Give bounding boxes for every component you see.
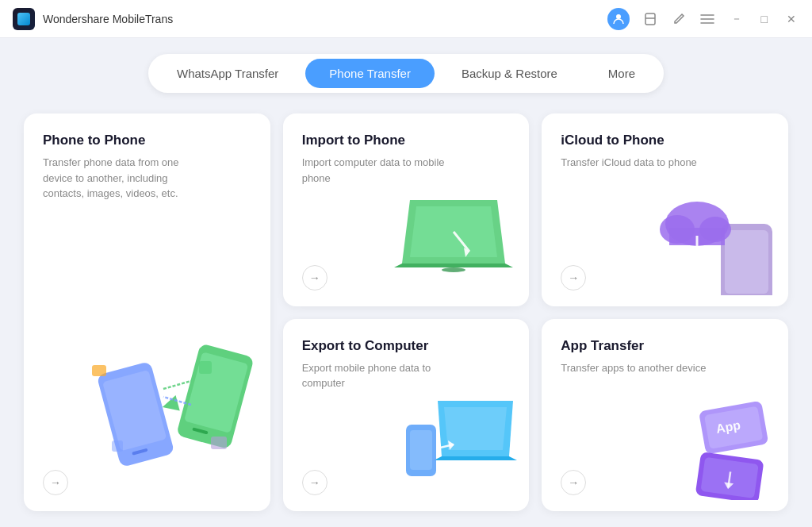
export-illustration bbox=[386, 397, 521, 503]
card-icloud-arrow[interactable]: → bbox=[561, 265, 586, 290]
titlebar-left: Wondershare MobileTrans bbox=[13, 8, 173, 30]
card-phone-to-phone[interactable]: Phone to Phone Transfer phone data from … bbox=[24, 113, 270, 511]
card-export-arrow[interactable]: → bbox=[302, 470, 327, 495]
card-app-transfer[interactable]: App Transfer Transfer apps to another de… bbox=[542, 319, 788, 512]
maximize-button[interactable]: □ bbox=[758, 11, 771, 27]
svg-rect-30 bbox=[410, 430, 432, 470]
edit-icon[interactable] bbox=[671, 11, 687, 27]
svg-marker-27 bbox=[444, 407, 507, 450]
svg-point-0 bbox=[616, 14, 621, 19]
card-import-arrow[interactable]: → bbox=[302, 265, 327, 290]
card-icloud-title: iCloud to Phone bbox=[561, 133, 769, 148]
nav-container: WhatsApp Transfer Phone Transfer Backup … bbox=[0, 38, 812, 106]
tab-backup[interactable]: Backup & Restore bbox=[438, 59, 581, 88]
app-transfer-illustration: App bbox=[649, 397, 784, 503]
main-content: Phone to Phone Transfer phone data from … bbox=[0, 106, 812, 527]
account-icon[interactable] bbox=[607, 8, 630, 30]
cards-grid: Phone to Phone Transfer phone data from … bbox=[24, 113, 788, 511]
svg-marker-15 bbox=[394, 264, 513, 267]
card-import-desc: Import computer data to mobile phone bbox=[302, 155, 461, 186]
tab-more[interactable]: More bbox=[584, 59, 659, 88]
tab-phone[interactable]: Phone Transfer bbox=[305, 59, 435, 88]
close-button[interactable]: ✕ bbox=[783, 11, 799, 27]
menu-icon[interactable] bbox=[699, 11, 715, 27]
import-illustration bbox=[386, 184, 521, 298]
app-icon bbox=[13, 8, 35, 30]
card-phone-to-phone-desc: Transfer phone data from one device to a… bbox=[43, 155, 201, 202]
svg-rect-9 bbox=[92, 365, 106, 376]
svg-marker-25 bbox=[691, 250, 703, 258]
card-icloud-to-phone[interactable]: iCloud to Phone Transfer iCloud data to … bbox=[542, 113, 788, 306]
card-export-desc: Export mobile phone data to computer bbox=[302, 360, 461, 391]
card-import-title: Import to Phone bbox=[302, 133, 511, 148]
icloud-illustration bbox=[649, 184, 784, 298]
minimize-button[interactable]: － bbox=[728, 10, 745, 28]
tab-whatsapp[interactable]: WhatsApp Transfer bbox=[153, 59, 302, 88]
svg-rect-12 bbox=[112, 440, 123, 452]
svg-point-16 bbox=[442, 267, 465, 272]
card-phone-to-phone-title: Phone to Phone bbox=[43, 133, 251, 148]
card-icloud-desc: Transfer iCloud data to phone bbox=[561, 155, 719, 171]
card-app-desc: Transfer apps to another device bbox=[561, 360, 719, 376]
card-app-title: App Transfer bbox=[561, 338, 769, 354]
bookmark-icon[interactable] bbox=[642, 11, 658, 27]
app-title: Wondershare MobileTrans bbox=[43, 13, 173, 25]
card-app-arrow[interactable]: → bbox=[561, 470, 586, 495]
svg-marker-28 bbox=[434, 456, 517, 460]
svg-rect-10 bbox=[211, 437, 227, 449]
titlebar-right: － □ ✕ bbox=[607, 8, 799, 30]
svg-rect-11 bbox=[199, 361, 212, 374]
card-export-title: Export to Computer bbox=[302, 338, 511, 354]
titlebar: Wondershare MobileTrans － □ ✕ bbox=[0, 0, 812, 38]
card-import-to-phone[interactable]: Import to Phone Import computer data to … bbox=[283, 113, 530, 306]
svg-rect-19 bbox=[725, 230, 768, 294]
svg-rect-3 bbox=[102, 370, 167, 451]
card-phone-to-phone-arrow[interactable]: → bbox=[43, 470, 68, 495]
svg-rect-1 bbox=[645, 13, 655, 25]
phone-to-phone-illustration bbox=[88, 317, 262, 487]
svg-rect-7 bbox=[184, 352, 248, 433]
nav-tabs: WhatsApp Transfer Phone Transfer Backup … bbox=[148, 54, 664, 93]
card-export-to-computer[interactable]: Export to Computer Export mobile phone d… bbox=[283, 319, 530, 512]
